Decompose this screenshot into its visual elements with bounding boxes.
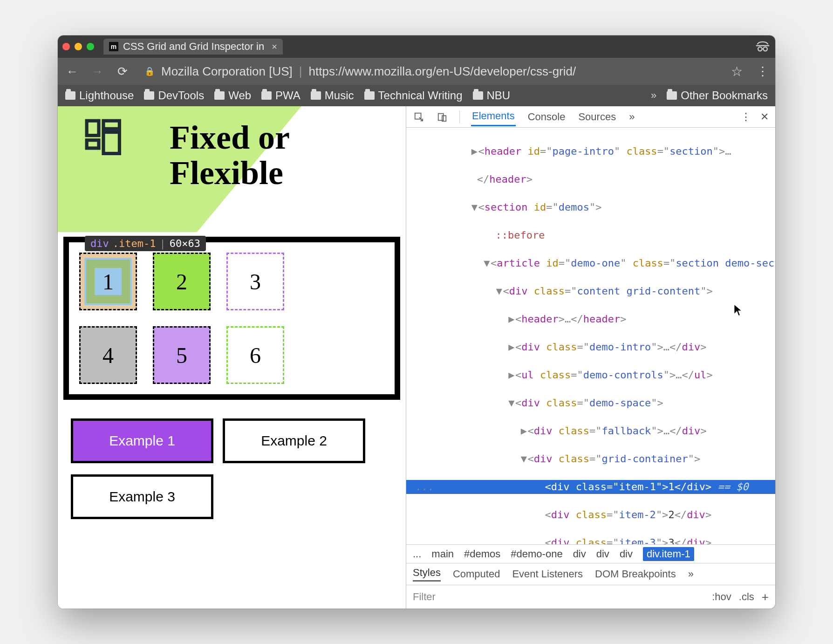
other-bookmarks-button[interactable]: Other Bookmarks bbox=[667, 89, 768, 102]
incognito-icon bbox=[755, 38, 771, 55]
browser-window: m CSS Grid and Grid Inspector in × ← → ⟳… bbox=[58, 35, 775, 609]
bookmark-item[interactable]: Music bbox=[311, 89, 354, 102]
devtools-menu-button[interactable]: ⋮ bbox=[741, 111, 751, 123]
folder-icon bbox=[214, 91, 225, 100]
hero-section: Fixed or Flexible bbox=[58, 106, 406, 232]
folder-icon bbox=[65, 91, 75, 100]
reload-button[interactable]: ⟳ bbox=[115, 64, 130, 79]
bookmark-item[interactable]: DevTools bbox=[144, 89, 204, 102]
folder-icon bbox=[364, 91, 375, 100]
grid-item-1[interactable]: 1 bbox=[79, 253, 137, 310]
subtab-computed[interactable]: Computed bbox=[453, 568, 500, 580]
subtab-styles[interactable]: Styles bbox=[413, 567, 441, 582]
folder-icon bbox=[473, 91, 483, 100]
example-buttons: Example 1 Example 2 Example 3 bbox=[58, 418, 406, 519]
devtools-close-button[interactable]: ✕ bbox=[760, 111, 769, 123]
grid-item-5[interactable]: 5 bbox=[153, 326, 211, 384]
svg-rect-2 bbox=[87, 121, 99, 136]
devtools-toolbar: Elements Console Sources » ⋮ ✕ bbox=[406, 106, 775, 128]
tab-elements[interactable]: Elements bbox=[471, 107, 516, 126]
element-tooltip: div.item-1 | 60×63 bbox=[85, 236, 206, 251]
subtab-event-listeners[interactable]: Event Listeners bbox=[512, 568, 583, 580]
bookmark-item[interactable]: Web bbox=[214, 89, 251, 102]
close-tab-icon[interactable]: × bbox=[272, 41, 277, 52]
subtab-dom-breakpoints[interactable]: DOM Breakpoints bbox=[595, 568, 676, 580]
back-button[interactable]: ← bbox=[64, 64, 80, 79]
close-window-button[interactable] bbox=[62, 43, 70, 50]
device-toggle-icon[interactable] bbox=[436, 111, 448, 123]
styles-filter-input[interactable]: Filter bbox=[413, 591, 436, 603]
secure-origin-label: Mozilla Corporation [US] bbox=[161, 64, 293, 79]
grid-logo-icon bbox=[83, 117, 123, 158]
bookmark-star-icon[interactable]: ☆ bbox=[731, 64, 743, 79]
tabs-overflow-button[interactable]: » bbox=[628, 108, 635, 126]
folder-icon bbox=[667, 91, 677, 100]
example-1-button[interactable]: Example 1 bbox=[71, 418, 213, 463]
svg-rect-4 bbox=[87, 140, 99, 148]
minimize-window-button[interactable] bbox=[75, 43, 82, 50]
styles-filter-row: Filter :hov .cls + bbox=[406, 585, 775, 609]
folder-icon bbox=[261, 91, 272, 100]
bookmarks-overflow-button[interactable]: » bbox=[651, 89, 656, 102]
url-text: https://www.mozilla.org/en-US/developer/… bbox=[309, 64, 576, 79]
styles-subtabs: Styles Computed Event Listeners DOM Brea… bbox=[406, 563, 775, 585]
svg-rect-3 bbox=[103, 121, 119, 129]
inspect-icon[interactable] bbox=[413, 111, 425, 123]
favicon: m bbox=[109, 42, 118, 51]
grid-demo: div.item-1 | 60×63 1 2 3 4 5 6 bbox=[63, 237, 400, 400]
bookmark-item[interactable]: PWA bbox=[261, 89, 300, 102]
example-3-button[interactable]: Example 3 bbox=[71, 474, 213, 519]
tab-sources[interactable]: Sources bbox=[577, 108, 617, 126]
devtools-panel: Elements Console Sources » ⋮ ✕ ▶<header … bbox=[406, 106, 775, 609]
grid-item-6[interactable]: 6 bbox=[226, 326, 284, 384]
grid-item-3[interactable]: 3 bbox=[226, 253, 284, 310]
browser-menu-button[interactable]: ⋮ bbox=[757, 64, 769, 79]
browser-tab[interactable]: m CSS Grid and Grid Inspector in × bbox=[103, 39, 283, 55]
cls-toggle[interactable]: .cls bbox=[739, 591, 754, 603]
new-style-rule-button[interactable]: + bbox=[762, 590, 769, 604]
page-viewport: Fixed or Flexible div.item-1 | 60×63 1 2… bbox=[58, 106, 406, 609]
lock-icon: 🔒 bbox=[144, 66, 155, 76]
hov-toggle[interactable]: :hov bbox=[712, 591, 731, 603]
tab-console[interactable]: Console bbox=[527, 108, 567, 126]
bookmarks-bar: Lighthouse DevTools Web PWA Music Techni… bbox=[58, 85, 775, 106]
dom-breadcrumb[interactable]: ... main #demos #demo-one div div div di… bbox=[406, 544, 775, 563]
page-heading: Fixed or Flexible bbox=[170, 120, 290, 191]
maximize-window-button[interactable] bbox=[87, 43, 94, 50]
folder-icon bbox=[311, 91, 321, 100]
dom-tree[interactable]: ▶<header id="page-intro" class="section"… bbox=[406, 128, 775, 544]
tab-title: CSS Grid and Grid Inspector in bbox=[123, 41, 264, 53]
grid-item-4[interactable]: 4 bbox=[79, 326, 137, 384]
address-bar[interactable]: 🔒 Mozilla Corporation [US] | https://www… bbox=[140, 62, 747, 81]
example-2-button[interactable]: Example 2 bbox=[223, 418, 365, 463]
browser-toolbar: ← → ⟳ 🔒 Mozilla Corporation [US] | https… bbox=[58, 58, 775, 85]
subtabs-overflow-button[interactable]: » bbox=[688, 568, 694, 580]
window-titlebar: m CSS Grid and Grid Inspector in × bbox=[58, 35, 775, 58]
bookmark-item[interactable]: Lighthouse bbox=[65, 89, 134, 102]
svg-point-1 bbox=[763, 47, 767, 51]
svg-rect-7 bbox=[438, 113, 444, 120]
bookmark-item[interactable]: NBU bbox=[473, 89, 511, 102]
traffic-lights bbox=[62, 43, 94, 50]
svg-point-0 bbox=[758, 47, 762, 51]
bookmark-item[interactable]: Technical Writing bbox=[364, 89, 463, 102]
svg-rect-5 bbox=[103, 132, 119, 154]
forward-button[interactable]: → bbox=[89, 64, 105, 79]
grid-item-2[interactable]: 2 bbox=[153, 253, 211, 310]
folder-icon bbox=[144, 91, 154, 100]
